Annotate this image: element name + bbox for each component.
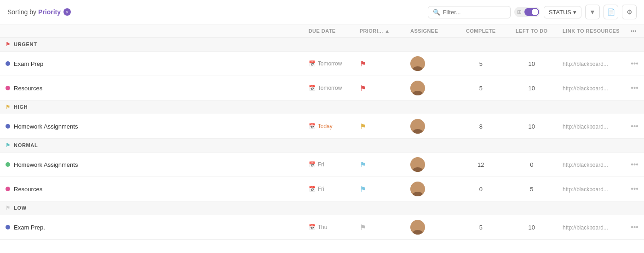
assignee-cell [405, 215, 455, 240]
calendar-icon: 📅 [309, 161, 316, 168]
assignee-cell [405, 153, 455, 177]
assignee-cell [405, 177, 455, 201]
left-to-do-cell: 10 [506, 114, 557, 139]
priority-flag-icon: ⚑ [360, 123, 366, 130]
priority-cell: ⚑ [354, 114, 405, 139]
left-to-do-cell: 10 [506, 52, 557, 76]
col-task [0, 24, 303, 38]
complete-cell: 5 [455, 215, 506, 240]
link-value[interactable]: http://blackboard... [563, 61, 608, 67]
group-label-urgent: URGENT [14, 41, 37, 47]
due-date-cell: 📅 Fri [303, 177, 354, 201]
link-cell: http://blackboard... [557, 215, 625, 240]
row-more-cell: ••• [625, 114, 644, 139]
group-flag-high: ⚑ [6, 104, 12, 110]
group-label-low: LOW [14, 205, 27, 211]
col-more[interactable]: ••• [625, 24, 644, 38]
document-icon: 📄 [607, 8, 615, 16]
calendar-icon: 📅 [309, 85, 316, 91]
priority-cell: ⚑ [354, 215, 405, 240]
avatar [410, 220, 425, 235]
avatar [410, 182, 425, 196]
avatar [410, 56, 425, 71]
filter-button[interactable]: ▼ [585, 5, 600, 19]
chevron-down-icon: ▾ [573, 9, 576, 16]
table-row: Homework Assignments 📅 Today ⚑ 8 10 http… [0, 114, 644, 139]
group-label-high: HIGH [14, 104, 28, 110]
toggle-button[interactable] [524, 8, 539, 16]
task-cell: Resources [0, 177, 303, 201]
avatar [410, 157, 425, 172]
priority-cell: ⚑ [354, 76, 405, 100]
settings-button[interactable]: ⚙ [622, 5, 637, 19]
due-date-value: 📅 Tomorrow [309, 85, 349, 91]
due-date-cell: 📅 Fri [303, 153, 354, 177]
assignee-cell [405, 114, 455, 139]
row-more-button[interactable]: ••• [631, 84, 638, 92]
link-value[interactable]: http://blackboard... [563, 162, 608, 168]
gear-icon: ⚙ [627, 8, 632, 16]
due-date-value: 📅 Fri [309, 161, 349, 168]
task-name-label: Resources [14, 186, 42, 193]
table-row: Homework Assignments 📅 Fri ⚑ 12 0 http:/… [0, 153, 644, 177]
sort-indicator: Sorting by Priority × [7, 8, 71, 16]
complete-cell: 5 [455, 52, 506, 76]
clear-sort-button[interactable]: × [63, 8, 71, 16]
filter-icon: ▼ [589, 8, 596, 16]
col-complete: COMPLETE [455, 24, 506, 38]
link-value[interactable]: http://blackboard... [563, 85, 608, 92]
row-more-cell: ••• [625, 177, 644, 201]
due-date-cell: 📅 Thu [303, 215, 354, 240]
complete-cell: 5 [455, 76, 506, 100]
table-row: Resources 📅 Tomorrow ⚑ 5 10 http://black… [0, 76, 644, 100]
link-value[interactable]: http://blackboard... [563, 186, 608, 193]
row-more-button[interactable]: ••• [631, 59, 638, 67]
tasks-table: DUE DATE PRIORI... ▲ ASSIGNEE COMPLETE L… [0, 24, 644, 240]
task-cell: Resources [0, 76, 303, 100]
status-button[interactable]: STATUS ▾ [544, 6, 581, 18]
group-flag-urgent: ⚑ [6, 41, 12, 47]
row-more-cell: ••• [625, 52, 644, 76]
calendar-icon: 📅 [309, 224, 316, 230]
due-date-value: 📅 Today [309, 123, 349, 129]
link-cell: http://blackboard... [557, 52, 625, 76]
link-cell: http://blackboard... [557, 76, 625, 100]
table-header-row: DUE DATE PRIORI... ▲ ASSIGNEE COMPLETE L… [0, 24, 644, 38]
col-due-date[interactable]: DUE DATE [303, 24, 354, 38]
row-more-button[interactable]: ••• [631, 223, 638, 231]
task-name-label: Exam Prep. [14, 224, 45, 231]
filter-input[interactable] [443, 9, 506, 16]
left-to-do-cell: 10 [506, 215, 557, 240]
priority-flag-icon: ⚑ [360, 224, 366, 231]
complete-cell: 0 [455, 177, 506, 201]
calendar-icon: 📅 [309, 186, 316, 192]
filter-input-wrap[interactable]: 🔍 [428, 6, 511, 18]
row-more-cell: ••• [625, 153, 644, 177]
due-date-value: 📅 Thu [309, 224, 349, 230]
link-value[interactable]: http://blackboard... [563, 224, 608, 231]
group-low: ⚑ LOW [0, 201, 644, 215]
due-date-value: 📅 Tomorrow [309, 60, 349, 67]
group-urgent: ⚑ URGENT [0, 38, 644, 52]
col-priority[interactable]: PRIORI... ▲ [354, 24, 405, 38]
left-to-do-cell: 10 [506, 76, 557, 100]
row-more-button[interactable]: ••• [631, 185, 638, 193]
task-color-dot [6, 162, 10, 167]
complete-cell: 8 [455, 114, 506, 139]
sort-field-link[interactable]: Priority [38, 8, 61, 16]
table-row: Resources 📅 Fri ⚑ 0 5 http://blackboard.… [0, 177, 644, 201]
row-more-button[interactable]: ••• [631, 160, 638, 168]
avatar [410, 81, 425, 95]
task-color-dot [6, 86, 10, 90]
group-flag-low: ⚑ [6, 205, 12, 211]
document-button[interactable]: 📄 [604, 5, 618, 19]
col-assignee: ASSIGNEE [405, 24, 455, 38]
search-icon: 🔍 [433, 9, 440, 16]
priority-flag-icon: ⚑ [360, 185, 366, 193]
link-value[interactable]: http://blackboard... [563, 124, 608, 130]
task-name-label: Resources [14, 85, 42, 92]
row-more-button[interactable]: ••• [631, 122, 638, 130]
grid-icon: ⊞ [515, 8, 523, 16]
link-cell: http://blackboard... [557, 177, 625, 201]
due-date-value: 📅 Fri [309, 186, 349, 192]
